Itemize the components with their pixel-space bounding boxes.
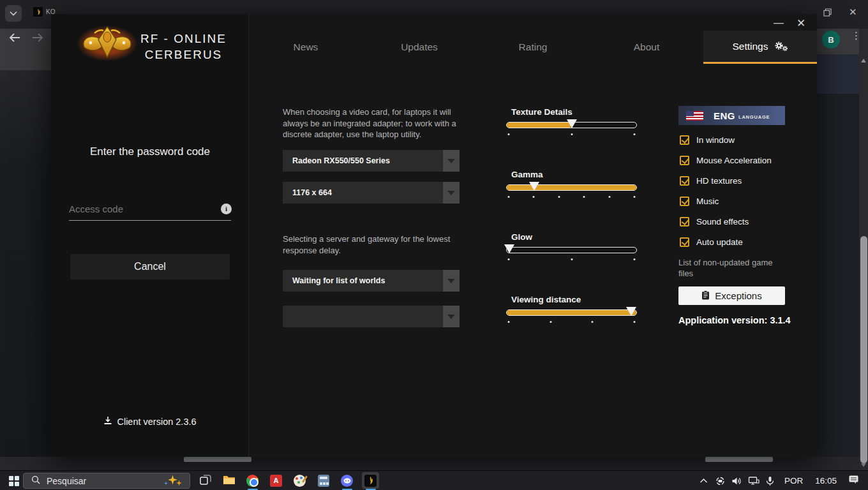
screen-record-icon[interactable] (712, 476, 729, 486)
slider-thumb[interactable] (529, 182, 539, 191)
file-explorer-icon (223, 474, 236, 487)
exceptions-label: Exceptions (715, 290, 761, 301)
checkbox-checked-icon[interactable] (680, 135, 689, 145)
windows-start-icon[interactable] (9, 476, 19, 486)
volume-icon[interactable] (729, 477, 745, 486)
taskbar-icon-rf-online-game[interactable] (359, 471, 382, 490)
tab-updates[interactable]: Updates (363, 31, 476, 64)
chevron-down-icon[interactable] (443, 306, 460, 327)
slider-track[interactable] (506, 122, 637, 128)
checkbox-in-window[interactable]: In window (680, 134, 735, 145)
world-dropdown[interactable]: Waiting for list of worlds (283, 270, 460, 292)
taskbar-icon-paint[interactable] (288, 471, 311, 490)
checkbox-hd-textures[interactable]: HD textures (680, 175, 742, 186)
slider-track[interactable] (506, 247, 637, 253)
chevron-down-icon[interactable] (443, 270, 460, 292)
sliders-column: Texture DetailsGammaGlowViewing distance (506, 14, 637, 457)
checkbox-checked-icon[interactable] (680, 156, 689, 165)
taskbar-search[interactable]: Pesquisar (23, 473, 190, 489)
tab-label: Settings (732, 41, 768, 52)
slider-thumb[interactable] (504, 244, 514, 253)
download-icon (103, 416, 112, 427)
chevron-down-icon[interactable] (443, 150, 460, 172)
client-version-text: Client version 2.3.6 (117, 417, 196, 427)
microphone-icon[interactable] (762, 476, 779, 486)
scrollbar-down-arrow[interactable] (861, 463, 866, 467)
taskbar-icon-discord[interactable] (335, 471, 359, 490)
browser-close-icon[interactable]: ✕ (849, 6, 857, 18)
checkbox-sound-effects[interactable]: Sound effects (680, 216, 749, 227)
resolution-dropdown[interactable]: 1176 x 664 (283, 182, 460, 204)
slider-track[interactable] (506, 184, 637, 191)
checkbox-checked-icon[interactable] (680, 217, 689, 226)
scrollbar-up-arrow[interactable] (861, 59, 866, 63)
taskbar-icon-calculator[interactable] (311, 471, 335, 490)
slider-label: Glow (511, 232, 637, 242)
page-scroll-fragment (705, 457, 773, 462)
browser-tab-favicon[interactable] (33, 7, 43, 17)
checkbox-music[interactable]: Music (680, 195, 719, 207)
taskbar-icon-file-explorer[interactable] (217, 471, 241, 490)
checkbox-checked-icon[interactable] (680, 176, 689, 186)
app-title: RF - ONLINE CERBERUS (140, 31, 227, 63)
search-placeholder: Pesquisar (47, 476, 163, 486)
slider-tick (571, 258, 572, 260)
minimize-button[interactable]: — (771, 17, 786, 31)
checkbox-label: In window (696, 135, 735, 145)
slider-thumb[interactable] (626, 307, 636, 316)
network-icon[interactable] (745, 476, 762, 486)
gateway-dropdown-value (283, 306, 443, 327)
language-word: LANGUAGE (738, 114, 770, 120)
scrollbar-thumb[interactable] (860, 236, 867, 463)
close-button[interactable]: ✕ (793, 15, 809, 32)
checkbox-checked-icon[interactable] (680, 237, 689, 247)
clipboard-icon (701, 290, 710, 302)
taskbar-icon-adobe-reader[interactable]: A (264, 471, 288, 490)
gateway-dropdown[interactable] (283, 306, 460, 327)
password-heading: Enter the password code (51, 145, 249, 158)
slider-label: Texture Details (511, 107, 637, 117)
chevron-up-icon[interactable] (696, 478, 712, 484)
taskbar-icon-task-view[interactable] (193, 471, 217, 490)
exceptions-button[interactable]: Exceptions (678, 286, 785, 305)
task-view-icon (200, 474, 211, 488)
browser-page-bottom (0, 457, 859, 470)
chevron-down-icon[interactable] (443, 182, 460, 204)
notification-icon[interactable] (843, 475, 868, 487)
checkbox-auto-update[interactable]: Auto update (680, 236, 743, 248)
tab-news[interactable]: News (249, 31, 363, 64)
slider-tick (592, 321, 594, 323)
slider-thumb[interactable] (567, 119, 577, 128)
checkbox-label: Sound effects (696, 217, 749, 226)
keyboard-language[interactable]: POR (779, 476, 809, 486)
tab-search-chevron-button[interactable] (5, 5, 22, 22)
gpu-dropdown[interactable]: Radeon RX550/550 Series (283, 150, 460, 172)
browser-back-icon[interactable] (9, 33, 20, 45)
browser-profile-avatar[interactable]: B (822, 31, 840, 48)
browser-restore-icon[interactable] (823, 8, 832, 19)
cancel-button[interactable]: Cancel (70, 254, 230, 279)
slider-tick (633, 321, 635, 323)
access-code-input[interactable] (69, 198, 231, 221)
slider-track[interactable] (506, 309, 637, 316)
info-icon[interactable]: i (221, 204, 232, 214)
video-card-note: When choosing a video card, for laptops … (283, 107, 461, 140)
checkbox-checked-icon[interactable] (680, 197, 689, 206)
tab-settings[interactable]: Settings (703, 31, 817, 64)
slider-tick (633, 258, 635, 260)
slider-ticks (506, 195, 637, 200)
app-version-text: Application version: 3.1.4 (678, 315, 791, 325)
slider-tick (508, 196, 510, 198)
slider-tick (583, 196, 585, 198)
taskbar-icon-chrome[interactable] (241, 471, 264, 490)
system-tray: POR 16:05 (696, 471, 868, 490)
taskbar-clock[interactable]: 16:05 (809, 476, 843, 486)
slider-tick (508, 258, 510, 260)
browser-forward-icon[interactable] (32, 33, 43, 45)
slider-fill (507, 185, 636, 190)
cerberus-logo-icon (75, 23, 139, 63)
checkbox-mouse-acceleration[interactable]: Mouse Acceleration (680, 154, 772, 166)
app-title-line1: RF - ONLINE (140, 31, 227, 47)
language-button[interactable]: ENG LANGUAGE (678, 106, 785, 125)
kebab-menu-icon[interactable]: ⋮ (851, 33, 857, 38)
